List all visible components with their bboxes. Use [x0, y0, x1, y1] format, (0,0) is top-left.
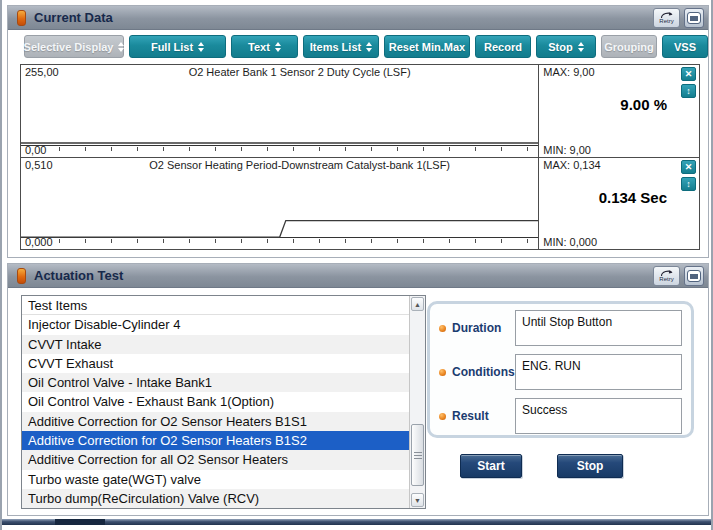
vss-button[interactable]: VSS: [662, 35, 708, 58]
stop-dropdown-button[interactable]: Stop: [536, 35, 596, 58]
restore-window-icon: [688, 271, 700, 281]
items-list-button[interactable]: Items List: [303, 35, 379, 58]
list-item[interactable]: Oil Control Valve - Intake Bank1: [22, 373, 409, 392]
text-mode-button[interactable]: Text: [231, 35, 298, 58]
current-data-panel: Current Data Retry Selective Display: [7, 5, 709, 258]
dropdown-arrows-icon: [578, 42, 584, 52]
retry-button[interactable]: Retry: [653, 266, 680, 286]
min-value-label: MIN: 9,00: [543, 144, 591, 156]
scroll-down-button[interactable]: ▼: [411, 493, 424, 507]
close-icon: ✕: [685, 70, 693, 79]
list-item[interactable]: Injector Disable-Cylinder 4: [22, 315, 409, 334]
test-result-fieldbox: Duration Until Stop Button Conditions EN…: [427, 301, 694, 438]
current-data-titlebar: Current Data Retry: [8, 6, 708, 30]
updown-arrow-icon: ↕: [686, 180, 691, 189]
conditions-label: Conditions: [452, 365, 515, 379]
arrow-up-icon: ▲: [414, 301, 421, 308]
list-item[interactable]: CVVT Exhaust: [22, 354, 409, 373]
scale-min-label: 0,000: [25, 236, 53, 248]
reset-minmax-button[interactable]: Reset Min.Max: [384, 35, 470, 58]
current-value: 0.134 Sec: [599, 189, 667, 206]
retry-label: Retry: [659, 18, 673, 24]
scroll-up-button[interactable]: ▲: [411, 297, 424, 311]
button-label: Text: [248, 41, 270, 53]
restore-window-icon: [688, 13, 700, 23]
close-graph-button[interactable]: ✕: [681, 160, 696, 174]
bullet-icon: [439, 413, 446, 420]
grouping-button[interactable]: Grouping: [601, 35, 657, 58]
restore-window-button[interactable]: [684, 266, 704, 286]
conditions-field[interactable]: ENG. RUN: [515, 354, 682, 390]
graph-area: 255,00 O2 Heater Bank 1 Sensor 2 Duty Cy…: [20, 64, 700, 250]
scale-min-label: 0,00: [25, 144, 46, 156]
retry-button[interactable]: Retry: [653, 8, 680, 28]
button-label: Reset Min.Max: [389, 41, 465, 53]
stop-button[interactable]: Stop: [557, 454, 623, 478]
list-item[interactable]: Turbo dump(ReCirculation) Valve (RCV): [22, 489, 409, 508]
full-list-button[interactable]: Full List: [129, 35, 226, 58]
scale-max-label: 255,00: [25, 66, 59, 78]
graph-row-o2-heater-duty: 255,00 O2 Heater Bank 1 Sensor 2 Duty Cy…: [20, 64, 700, 158]
panel-flame-icon: [17, 10, 26, 26]
result-field[interactable]: Success: [515, 398, 682, 434]
retry-label: Retry: [659, 276, 673, 282]
plot-area: 255,00 O2 Heater Bank 1 Sensor 2 Duty Cy…: [21, 65, 539, 157]
dropdown-arrows-icon: [118, 42, 124, 52]
button-label: Grouping: [604, 41, 654, 53]
actuation-test-panel: Actuation Test Retry Test Items Injector…: [7, 263, 709, 516]
signal-trace: [21, 65, 538, 157]
close-icon: ✕: [685, 163, 693, 172]
updown-arrow-icon: ↕: [686, 87, 691, 96]
start-button[interactable]: Start: [460, 454, 522, 478]
window-bottom-accent: [55, 519, 105, 525]
current-value: 9.00 %: [620, 96, 667, 113]
duration-label: Duration: [452, 321, 501, 335]
list-item[interactable]: Turbo waste gate(WGT) valve: [22, 470, 409, 489]
bullet-icon: [439, 325, 446, 332]
button-label: Stop: [548, 41, 572, 53]
list-item[interactable]: Oil Control Valve - Exhaust Bank 1(Optio…: [22, 392, 409, 411]
min-value-label: MIN: 0,000: [543, 236, 597, 248]
dropdown-arrows-icon: [366, 42, 372, 52]
graph-info: MAX: 0,134 0.134 Sec MIN: 0,000: [539, 158, 678, 249]
resize-graph-button[interactable]: ↕: [681, 84, 696, 98]
app-frame: Current Data Retry Selective Display: [0, 0, 713, 530]
selective-display-button[interactable]: Selective Display: [24, 35, 124, 58]
list-header: Test Items: [22, 296, 409, 315]
list-item[interactable]: Additive Correction for O2 Sensor Heater…: [22, 412, 409, 431]
list-item[interactable]: CVVT Intake: [22, 335, 409, 354]
panel-title: Current Data: [34, 10, 113, 25]
button-label: VSS: [674, 41, 696, 53]
bullet-icon: [439, 369, 446, 376]
actuation-test-titlebar: Actuation Test Retry: [8, 264, 708, 288]
result-label: Result: [452, 409, 489, 423]
test-items-listbox: Test Items Injector Disable-Cylinder 4 C…: [21, 295, 426, 509]
record-button[interactable]: Record: [475, 35, 531, 58]
close-graph-button[interactable]: ✕: [681, 67, 696, 81]
max-value-label: MAX: 0,134: [543, 159, 600, 171]
button-label: Full List: [151, 41, 193, 53]
panel-flame-icon: [17, 268, 26, 284]
list-item[interactable]: Additive Correction for all O2 Sensor He…: [22, 450, 409, 469]
dropdown-arrows-icon: [198, 42, 204, 52]
arrow-down-icon: ▼: [414, 497, 421, 504]
button-label: Items List: [310, 41, 361, 53]
scale-max-label: 0,510: [25, 159, 53, 171]
button-label: Selective Display: [24, 41, 114, 53]
button-label: Record: [484, 41, 522, 53]
window-bottom-border: [2, 519, 711, 525]
duration-field[interactable]: Until Stop Button: [515, 310, 682, 346]
list-scrollbar[interactable]: ▲ ▼: [409, 296, 425, 508]
scroll-thumb[interactable]: [411, 424, 424, 486]
plot-area: 0,510 O2 Sensor Heating Period-Downstrea…: [21, 158, 539, 249]
signal-trace: [21, 158, 538, 249]
resize-graph-button[interactable]: ↕: [681, 177, 696, 191]
max-value-label: MAX: 9,00: [543, 66, 594, 78]
list-item[interactable]: Additive Correction for O2 Sensor Heater…: [22, 431, 409, 450]
restore-window-button[interactable]: [684, 8, 704, 28]
dropdown-arrows-icon: [275, 42, 281, 52]
graph-row-o2-heating-period: 0,510 O2 Sensor Heating Period-Downstrea…: [20, 157, 700, 250]
graph-info: MAX: 9,00 9.00 % MIN: 9,00: [539, 65, 678, 157]
current-data-toolbar: Selective Display Full List Text Items L…: [8, 30, 708, 63]
panel-title: Actuation Test: [34, 268, 123, 283]
